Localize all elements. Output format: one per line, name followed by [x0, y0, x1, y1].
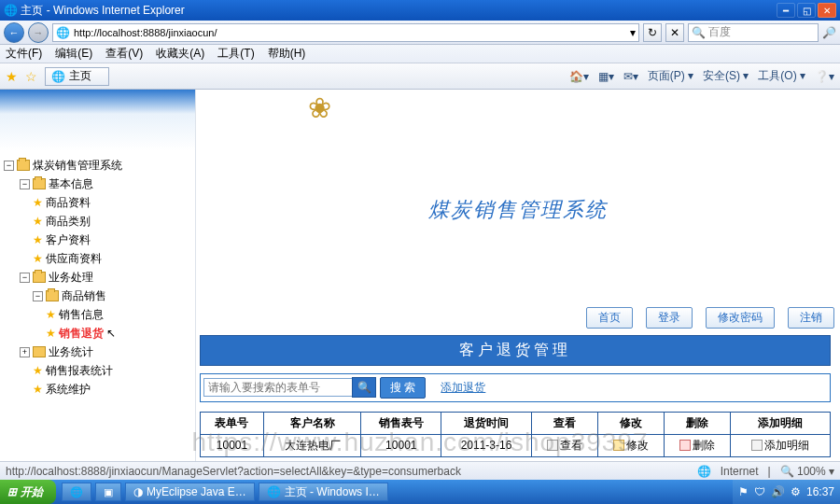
tree-system[interactable]: ★系统维护 — [4, 380, 191, 399]
system-tray[interactable]: ⚑ 🛡 🔊 ⚙ 16:37 — [733, 480, 840, 504]
search-engine-box[interactable]: 🔍 百度 — [688, 23, 819, 42]
logout-link[interactable]: 注销 — [788, 307, 834, 329]
maximize-button[interactable]: ◱ — [797, 3, 816, 18]
tree-sale-info[interactable]: ★销售信息 — [4, 305, 191, 324]
start-button[interactable]: ⊞开始 — [0, 480, 56, 504]
menu-file[interactable]: 文件(F) — [6, 46, 42, 62]
nav-toolbar: ← → 🌐 ▾ ↻ ✕ 🔍 百度 🔎 — [0, 21, 840, 45]
dropdown-icon[interactable]: ▾ — [630, 26, 636, 39]
login-link[interactable]: 登录 — [646, 307, 693, 329]
refresh-button[interactable]: ↻ — [643, 23, 662, 42]
cell-sale-id: 10001 — [361, 434, 441, 457]
view-link[interactable]: 查看 — [547, 438, 582, 454]
minimize-button[interactable]: ━ — [777, 3, 795, 18]
tray-icon[interactable]: ⚑ — [738, 485, 749, 498]
cell-id: 10001 — [201, 434, 264, 457]
safety-menu[interactable]: 安全(S) ▾ — [703, 68, 749, 84]
windows-logo-icon: ⊞ — [7, 485, 17, 498]
favorites-icon[interactable]: ★ — [6, 69, 18, 84]
feeds-icon[interactable]: ▦▾ — [598, 70, 614, 83]
address-bar[interactable]: 🌐 ▾ — [52, 23, 639, 42]
tree-biz[interactable]: −业务处理 — [4, 268, 191, 287]
tools-menu[interactable]: 工具(O) ▾ — [758, 68, 805, 84]
zoom-dropdown[interactable]: 🔍 100% ▾ — [780, 465, 834, 478]
table-header-row: 表单号 客户名称 销售表号 退货时间 查看 修改 删除 添加明细 — [201, 412, 831, 434]
th-edit: 修改 — [597, 412, 664, 434]
tree-stat[interactable]: +业务统计 — [4, 343, 191, 361]
windows-taskbar: ⊞开始 🌐 ▣ ◑MyEclipse Java E… 🌐主页 - Windows… — [0, 480, 840, 504]
app-title: 煤炭销售管理系统 — [428, 196, 608, 224]
home-icon[interactable]: 🏠▾ — [569, 70, 589, 83]
nav-tree: −煤炭销售管理系统 −基本信息 ★商品资料 ★商品类别 ★客户资料 ★供应商资料… — [0, 150, 195, 404]
ie-page-icon: 🌐 — [56, 26, 70, 39]
tree-category[interactable]: ★商品类别 — [4, 212, 191, 231]
menu-help[interactable]: 帮助(H) — [268, 46, 306, 62]
right-column: ❀ 煤炭销售管理系统 首页 登录 修改密码 注销 客户退货管理 🔍 搜 索 添加… — [196, 90, 840, 480]
tree-customer[interactable]: ★客户资料 — [4, 231, 191, 249]
search-go-icon[interactable]: 🔎 — [822, 26, 836, 39]
data-table: 表单号 客户名称 销售表号 退货时间 查看 修改 删除 添加明细 10001 大… — [200, 412, 831, 458]
change-password-link[interactable]: 修改密码 — [706, 307, 775, 329]
address-input[interactable] — [74, 25, 626, 40]
task-item-2[interactable]: 🌐主页 - Windows I… — [259, 483, 388, 501]
quick-launch-2[interactable]: ▣ — [95, 483, 121, 501]
search-button[interactable]: 搜 索 — [380, 377, 426, 399]
menu-bar: 文件(F) 编辑(E) 查看(V) 收藏夹(A) 工具(T) 帮助(H) — [0, 45, 840, 63]
delete-link[interactable]: 删除 — [679, 438, 715, 454]
protected-mode-icon: | — [767, 465, 770, 478]
menu-tools[interactable]: 工具(T) — [217, 46, 254, 62]
tree-root[interactable]: −煤炭销售管理系统 — [4, 156, 191, 175]
banner-right: ❀ 煤炭销售管理系统 首页 登录 修改密码 注销 — [196, 90, 840, 331]
help-icon[interactable]: ❔▾ — [815, 70, 834, 83]
tray-icon[interactable]: ⚙ — [791, 485, 801, 498]
eclipse-icon: ◑ — [133, 485, 143, 498]
table-row: 10001 大连热电厂 10001 2011-3-16 查看 修改 删除 添加明… — [201, 434, 831, 457]
edit-link[interactable]: 修改 — [613, 438, 649, 454]
tree-report[interactable]: ★销售报表统计 — [4, 361, 191, 380]
th-sale-id: 销售表号 — [361, 412, 441, 434]
mail-icon[interactable]: ✉▾ — [623, 70, 638, 83]
stop-button[interactable]: ✕ — [665, 23, 684, 42]
cursor-icon: ↖ — [106, 327, 116, 340]
zone-label: Internet — [721, 465, 759, 478]
forward-button[interactable]: → — [28, 22, 49, 43]
tree-supplier[interactable]: ★供应商资料 — [4, 249, 191, 268]
home-link[interactable]: 首页 — [586, 307, 633, 329]
menu-fav[interactable]: 收藏夹(A) — [156, 46, 204, 62]
th-date: 退货时间 — [441, 412, 531, 434]
tree-goods[interactable]: ★商品资料 — [4, 193, 191, 212]
tree-sale[interactable]: −商品销售 — [4, 287, 191, 305]
add-detail-link[interactable]: 添加明细 — [751, 438, 809, 454]
tree-sale-return[interactable]: ★销售退货↖ — [4, 324, 191, 343]
edit-icon — [613, 440, 624, 451]
internet-zone-icon: 🌐 — [697, 465, 711, 478]
tray-icon[interactable]: 🔊 — [771, 485, 785, 498]
cell-customer: 大连热电厂 — [263, 434, 360, 457]
delete-icon — [679, 440, 691, 451]
tray-icon[interactable]: 🛡 — [754, 485, 765, 498]
ie-page-icon: 🌐 — [4, 4, 21, 17]
clock: 16:37 — [806, 485, 834, 498]
search-input[interactable] — [203, 378, 353, 397]
ie-page-icon: 🌐 — [51, 70, 65, 83]
menu-view[interactable]: 查看(V) — [105, 46, 143, 62]
ie-icon: 🌐 — [267, 485, 281, 498]
search-icon-button[interactable]: 🔍 — [352, 377, 376, 398]
add-return-link[interactable]: 添加退货 — [441, 380, 485, 396]
back-button[interactable]: ← — [4, 22, 24, 43]
tab-toolbar: ★ ☆ 🌐 主页 🏠▾ ▦▾ ✉▾ 页面(P) ▾ 安全(S) ▾ 工具(O) … — [0, 63, 840, 90]
th-customer: 客户名称 — [263, 412, 360, 434]
add-favorite-icon[interactable]: ☆ — [25, 69, 37, 84]
page-title: 客户退货管理 — [200, 335, 831, 366]
th-id: 表单号 — [201, 412, 264, 434]
page-content: −煤炭销售管理系统 −基本信息 ★商品资料 ★商品类别 ★客户资料 ★供应商资料… — [0, 90, 840, 480]
close-button[interactable]: ✕ — [818, 3, 836, 18]
task-item-1[interactable]: ◑MyEclipse Java E… — [125, 483, 255, 501]
page-menu[interactable]: 页面(P) ▾ — [648, 68, 693, 84]
menu-edit[interactable]: 编辑(E) — [55, 46, 92, 62]
tree-basic[interactable]: −基本信息 — [4, 175, 191, 193]
browser-tab[interactable]: 🌐 主页 — [45, 67, 109, 86]
search-icon: 🔍 — [692, 26, 706, 39]
th-view: 查看 — [531, 412, 597, 434]
quick-launch-1[interactable]: 🌐 — [62, 483, 91, 501]
